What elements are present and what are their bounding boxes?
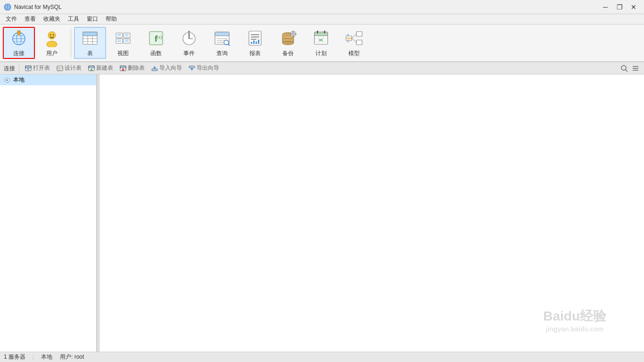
- minimize-button[interactable]: ─: [599, 2, 612, 12]
- list-view-icon: [632, 65, 639, 72]
- menu-favorites[interactable]: 收藏夹: [40, 14, 64, 24]
- svg-rect-18: [83, 32, 97, 36]
- import-wizard-icon: [151, 65, 158, 72]
- menu-window[interactable]: 窗口: [83, 14, 102, 24]
- toolbar-table-label: 表: [87, 49, 93, 58]
- svg-point-113: [6, 79, 8, 81]
- menu-bar: 文件 查看 收藏夹 工具 窗口 帮助: [0, 14, 644, 25]
- plan-icon: [312, 29, 330, 48]
- new-table-icon: [88, 65, 95, 72]
- svg-point-107: [621, 66, 626, 70]
- svg-rect-33: [125, 40, 129, 41]
- conn-toolbar: 连接 打开表 设计表 新建表 删除表: [0, 62, 644, 74]
- view-icon: [114, 29, 132, 48]
- sidebar: 本地: [0, 74, 97, 352]
- svg-rect-54: [253, 41, 255, 44]
- toolbar-plan-button[interactable]: 计划: [305, 27, 337, 59]
- toolbar-table-button[interactable]: 表: [74, 27, 106, 59]
- function-icon: f (x): [147, 29, 165, 48]
- sidebar-local-item[interactable]: 本地: [0, 74, 96, 85]
- toolbar-user-label: 用户: [46, 49, 58, 58]
- svg-rect-105: [189, 66, 195, 68]
- backup-icon: [279, 29, 297, 48]
- toolbar-connect-label: 连接: [13, 49, 25, 58]
- svg-point-16: [47, 41, 57, 47]
- sidebar-item-label: 本地: [13, 76, 25, 84]
- watermark-line2: jingyan.baidu.com: [543, 325, 606, 333]
- svg-rect-53: [251, 42, 252, 44]
- svg-line-48: [228, 44, 230, 46]
- event-icon: [180, 29, 198, 48]
- title-bar: Navicat for MySQL ─ ❐ ✕: [0, 0, 644, 14]
- toolbar-report-button[interactable]: 报表: [239, 27, 271, 59]
- svg-rect-50: [251, 34, 259, 35]
- svg-rect-52: [251, 39, 256, 40]
- svg-rect-27: [117, 34, 121, 35]
- new-table-button[interactable]: 新建表: [85, 63, 116, 74]
- menu-tools[interactable]: 工具: [64, 14, 83, 24]
- import-wizard-label: 导入向导: [159, 64, 182, 72]
- toolbar-function-button[interactable]: f (x) 函数: [140, 27, 172, 59]
- status-connection: 本地: [41, 353, 52, 361]
- svg-marker-106: [190, 68, 193, 71]
- toolbar: 连接 用户: [0, 25, 644, 62]
- svg-rect-92: [57, 66, 63, 71]
- app-icon: [4, 3, 11, 11]
- search-button[interactable]: [619, 64, 629, 73]
- menu-view[interactable]: 查看: [21, 14, 40, 24]
- svg-rect-30: [125, 35, 129, 36]
- user-icon: [42, 29, 61, 48]
- status-bar: 1 服务器 本地 用户: root: [0, 352, 644, 362]
- svg-point-14: [50, 34, 51, 35]
- delete-table-button[interactable]: 删除表: [117, 63, 148, 74]
- design-table-button[interactable]: 设计表: [54, 63, 84, 74]
- svg-rect-29: [125, 34, 129, 35]
- new-table-label: 新建表: [96, 64, 113, 72]
- toolbar-report-label: 报表: [249, 49, 261, 58]
- title-controls: ─ ❐ ✕: [599, 2, 640, 12]
- svg-line-83: [352, 38, 356, 42]
- connection-label: 本地: [41, 353, 52, 361]
- title-left: Navicat for MySQL: [4, 3, 62, 11]
- user-label: 用户: root: [60, 353, 84, 361]
- status-separator-1: [33, 354, 33, 361]
- svg-rect-80: [356, 32, 362, 36]
- connect-icon: [9, 29, 28, 48]
- toolbar-view-button[interactable]: 视图: [107, 27, 139, 59]
- delete-table-label: 删除表: [128, 64, 145, 72]
- toolbar-user-button[interactable]: 用户: [36, 27, 68, 59]
- import-wizard-button[interactable]: 导入向导: [149, 63, 185, 74]
- svg-rect-100: [120, 66, 126, 68]
- menu-file[interactable]: 文件: [2, 14, 21, 24]
- svg-rect-43: [215, 32, 229, 36]
- conn-search-area: [619, 64, 640, 73]
- maximize-button[interactable]: ❐: [613, 2, 626, 12]
- svg-rect-96: [89, 66, 94, 68]
- list-view-button[interactable]: [631, 64, 640, 73]
- toolbar-event-button[interactable]: 事件: [173, 27, 205, 59]
- design-table-label: 设计表: [65, 64, 82, 72]
- toolbar-model-label: 模型: [348, 49, 360, 58]
- svg-point-41: [188, 31, 190, 33]
- svg-rect-67: [293, 35, 294, 37]
- open-table-label: 打开表: [33, 64, 50, 72]
- toolbar-connect-button[interactable]: 连接: [3, 27, 35, 59]
- toolbar-plan-label: 计划: [315, 49, 327, 58]
- toolbar-view-label: 视图: [117, 49, 129, 58]
- conn-label: 连接: [4, 64, 19, 73]
- table-icon: [81, 29, 99, 48]
- sidebar-item-icon: [4, 77, 10, 83]
- toolbar-model-button[interactable]: 模型: [338, 27, 370, 59]
- svg-rect-66: [293, 31, 294, 33]
- toolbar-separator-1: [71, 29, 71, 57]
- svg-rect-10: [17, 31, 20, 35]
- toolbar-query-button[interactable]: 查询: [206, 27, 238, 59]
- menu-help[interactable]: 帮助: [102, 14, 121, 24]
- open-table-button[interactable]: 打开表: [22, 63, 53, 74]
- svg-rect-69: [295, 33, 296, 34]
- toolbar-query-label: 查询: [216, 49, 228, 58]
- toolbar-backup-button[interactable]: 备份: [272, 27, 304, 59]
- svg-rect-56: [258, 40, 259, 44]
- export-wizard-button[interactable]: 导出向导: [186, 63, 222, 74]
- close-button[interactable]: ✕: [627, 2, 640, 12]
